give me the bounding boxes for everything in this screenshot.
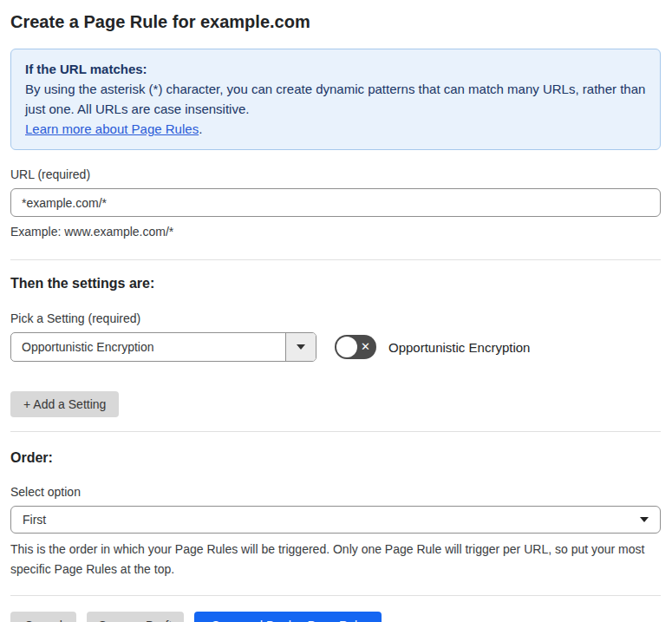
url-input[interactable] xyxy=(10,188,661,217)
chevron-down-icon xyxy=(640,517,649,522)
divider xyxy=(10,431,661,432)
order-select-label: Select option xyxy=(10,485,661,499)
toggle-off-x-icon: ✕ xyxy=(361,341,370,352)
pick-setting-label: Pick a Setting (required) xyxy=(10,311,661,325)
url-matches-info-box: If the URL matches: By using the asteris… xyxy=(10,49,661,150)
settings-section-heading: Then the settings are: xyxy=(10,276,661,291)
toggle-knob xyxy=(336,337,357,357)
setting-dropdown-arrow-button[interactable] xyxy=(285,333,316,361)
chevron-down-icon xyxy=(297,344,305,350)
learn-more-link[interactable]: Learn more about Page Rules xyxy=(25,121,199,136)
divider xyxy=(10,595,661,596)
setting-dropdown-value: Opportunistic Encryption xyxy=(11,333,285,361)
order-select[interactable]: First xyxy=(10,506,661,534)
setting-dropdown[interactable]: Opportunistic Encryption xyxy=(10,332,316,362)
toggle-label: Opportunistic Encryption xyxy=(388,340,530,355)
order-select-value: First xyxy=(23,513,46,527)
save-as-draft-button[interactable]: Save as Draft xyxy=(87,612,184,622)
info-box-link-line: Learn more about Page Rules. xyxy=(25,119,646,139)
info-box-heading: If the URL matches: xyxy=(25,59,646,79)
setting-row: Opportunistic Encryption ✕ Opportunistic… xyxy=(10,332,661,362)
page-rule-form: Create a Page Rule for example.com If th… xyxy=(0,0,672,622)
setting-toggle-group: ✕ Opportunistic Encryption xyxy=(335,335,530,359)
add-setting-button[interactable]: + Add a Setting xyxy=(10,391,119,417)
url-example-text: Example: www.example.com/* xyxy=(10,222,661,242)
save-and-deploy-button[interactable]: Save and Deploy Page Rule xyxy=(194,612,382,622)
order-help-text: This is the order in which your Page Rul… xyxy=(10,540,661,579)
url-field-label: URL (required) xyxy=(10,167,661,181)
cancel-button[interactable]: Cancel xyxy=(10,612,76,622)
opportunistic-encryption-toggle[interactable]: ✕ xyxy=(335,335,376,359)
link-suffix: . xyxy=(199,121,202,136)
order-section-heading: Order: xyxy=(10,450,661,466)
form-actions: Cancel Save as Draft Save and Deploy Pag… xyxy=(10,612,661,622)
divider xyxy=(10,259,661,260)
page-title: Create a Page Rule for example.com xyxy=(10,10,661,33)
info-box-body: By using the asterisk (*) character, you… xyxy=(25,79,646,119)
